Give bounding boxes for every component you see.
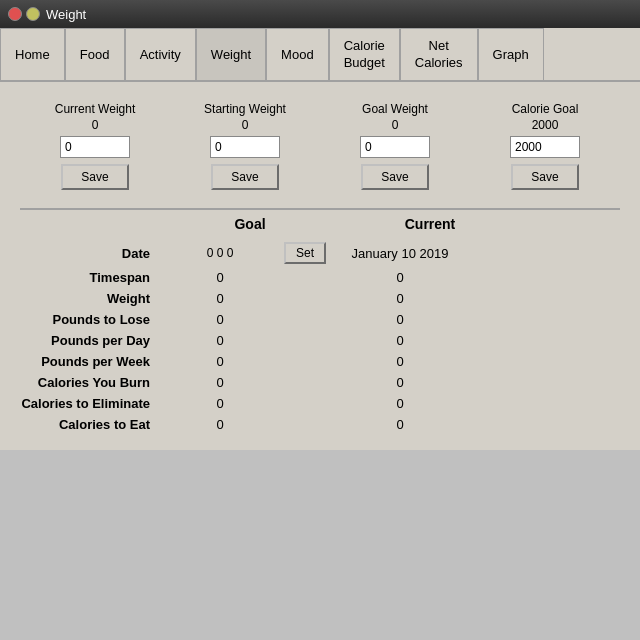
goal-weight-input[interactable] bbox=[360, 136, 430, 158]
current-weight-input[interactable] bbox=[60, 136, 130, 158]
timespan-goal: 0 bbox=[160, 270, 280, 285]
goal-weight-label: Goal Weight bbox=[362, 102, 428, 116]
calories-burn-goal: 0 bbox=[160, 375, 280, 390]
calories-eliminate-row: Calories to Eliminate 0 0 bbox=[20, 396, 620, 411]
pounds-to-lose-row: Pounds to Lose 0 0 bbox=[20, 312, 620, 327]
date-set-button[interactable]: Set bbox=[284, 242, 326, 264]
goal-current-header: Goal Current bbox=[160, 216, 620, 232]
calories-eat-goal: 0 bbox=[160, 417, 280, 432]
save-goal-weight-button[interactable]: Save bbox=[361, 164, 428, 190]
tab-activity[interactable]: Activity bbox=[125, 28, 196, 80]
starting-weight-label: Starting Weight bbox=[204, 102, 286, 116]
tab-mood[interactable]: Mood bbox=[266, 28, 329, 80]
weight-row-label: Weight bbox=[20, 291, 160, 306]
calories-burn-current: 0 bbox=[330, 375, 470, 390]
goal-weight-group: Goal Weight 0 Save bbox=[320, 94, 470, 198]
window-controls bbox=[8, 7, 40, 21]
save-calorie-goal-button[interactable]: Save bbox=[511, 164, 578, 190]
tab-weight[interactable]: Weight bbox=[196, 28, 266, 80]
main-content: Current Weight 0 Save Starting Weight 0 … bbox=[0, 82, 640, 450]
weight-goal: 0 bbox=[160, 291, 280, 306]
timespan-current: 0 bbox=[330, 270, 470, 285]
timespan-row: Timespan 0 0 bbox=[20, 270, 620, 285]
calorie-goal-label: Calorie Goal bbox=[512, 102, 579, 116]
goal-weight-value: 0 bbox=[392, 118, 399, 132]
tab-home[interactable]: Home bbox=[0, 28, 65, 80]
top-fields: Current Weight 0 Save Starting Weight 0 … bbox=[20, 94, 620, 198]
starting-weight-input[interactable] bbox=[210, 136, 280, 158]
date-set-area: Set bbox=[280, 242, 330, 264]
current-weight-label: Current Weight bbox=[55, 102, 135, 116]
calories-burn-label: Calories You Burn bbox=[20, 375, 160, 390]
nav-bar: Home Food Activity Weight Mood Calorie B… bbox=[0, 28, 640, 82]
current-weight-group: Current Weight 0 Save bbox=[20, 94, 170, 198]
weight-row: Weight 0 0 bbox=[20, 291, 620, 306]
minimize-button[interactable] bbox=[26, 7, 40, 21]
goal-header: Goal bbox=[160, 216, 340, 232]
save-current-weight-button[interactable]: Save bbox=[61, 164, 128, 190]
close-button[interactable] bbox=[8, 7, 22, 21]
pounds-per-day-row: Pounds per Day 0 0 bbox=[20, 333, 620, 348]
weight-current: 0 bbox=[330, 291, 470, 306]
divider bbox=[20, 208, 620, 210]
calorie-goal-group: Calorie Goal 2000 Save bbox=[470, 94, 620, 198]
pounds-per-week-goal: 0 bbox=[160, 354, 280, 369]
calories-eliminate-goal: 0 bbox=[160, 396, 280, 411]
pounds-per-week-current: 0 bbox=[330, 354, 470, 369]
date-label: Date bbox=[20, 246, 160, 261]
current-header: Current bbox=[340, 216, 520, 232]
title-bar: Weight bbox=[0, 0, 640, 28]
date-row: Date 0 0 0 Set January 10 2019 bbox=[20, 242, 620, 264]
current-weight-value: 0 bbox=[92, 118, 99, 132]
pounds-per-day-goal: 0 bbox=[160, 333, 280, 348]
save-starting-weight-button[interactable]: Save bbox=[211, 164, 278, 190]
calories-eat-current: 0 bbox=[330, 417, 470, 432]
calories-burn-row: Calories You Burn 0 0 bbox=[20, 375, 620, 390]
timespan-label: Timespan bbox=[20, 270, 160, 285]
calories-eat-label: Calories to Eat bbox=[20, 417, 160, 432]
pounds-to-lose-current: 0 bbox=[330, 312, 470, 327]
date-goal: 0 0 0 bbox=[160, 246, 280, 260]
calories-eliminate-label: Calories to Eliminate bbox=[20, 396, 160, 411]
calories-eliminate-current: 0 bbox=[330, 396, 470, 411]
calorie-goal-value: 2000 bbox=[532, 118, 559, 132]
starting-weight-value: 0 bbox=[242, 118, 249, 132]
pounds-per-week-row: Pounds per Week 0 0 bbox=[20, 354, 620, 369]
window-title: Weight bbox=[46, 7, 86, 22]
calorie-goal-input[interactable] bbox=[510, 136, 580, 158]
tab-net-calories[interactable]: Net Calories bbox=[400, 28, 478, 80]
calories-eat-row: Calories to Eat 0 0 bbox=[20, 417, 620, 432]
tab-calorie-budget[interactable]: Calorie Budget bbox=[329, 28, 400, 80]
pounds-to-lose-label: Pounds to Lose bbox=[20, 312, 160, 327]
date-current: January 10 2019 bbox=[330, 246, 470, 261]
tab-graph[interactable]: Graph bbox=[478, 28, 544, 80]
pounds-per-day-label: Pounds per Day bbox=[20, 333, 160, 348]
pounds-per-day-current: 0 bbox=[330, 333, 470, 348]
tab-food[interactable]: Food bbox=[65, 28, 125, 80]
data-table: Date 0 0 0 Set January 10 2019 Timespan … bbox=[20, 242, 620, 432]
starting-weight-group: Starting Weight 0 Save bbox=[170, 94, 320, 198]
pounds-per-week-label: Pounds per Week bbox=[20, 354, 160, 369]
pounds-to-lose-goal: 0 bbox=[160, 312, 280, 327]
